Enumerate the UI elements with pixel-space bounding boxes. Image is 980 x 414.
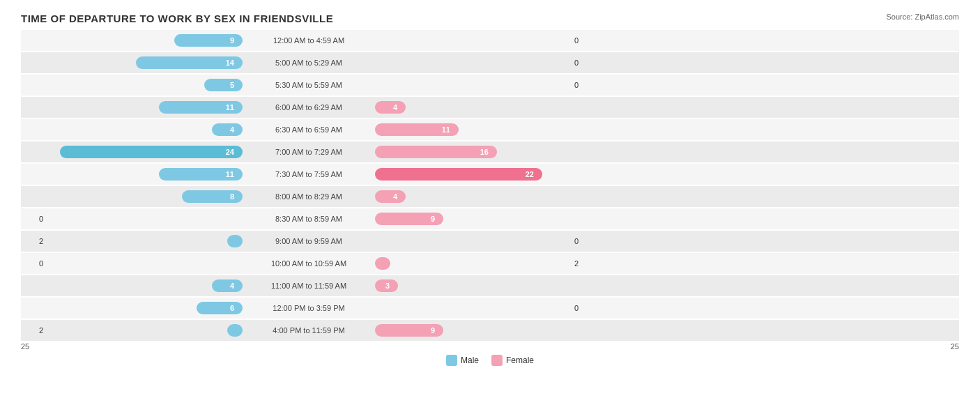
left-bar-area: 5 <box>47 79 243 91</box>
right-value: 0 <box>570 36 597 45</box>
female-bar-label: 9 <box>431 215 439 223</box>
time-label: 6:00 AM to 6:29 AM <box>243 103 375 112</box>
right-bar-area: 4 <box>375 101 570 114</box>
left-bar-area: 11 <box>47 168 243 181</box>
right-value: 0 <box>570 304 597 312</box>
right-bar-area: 9 <box>375 324 570 337</box>
left-bar-area: 6 <box>47 302 243 314</box>
right-bar-area: 16 <box>375 146 570 158</box>
chart-container: TIME OF DEPARTURE TO WORK BY SEX IN FRIE… <box>0 0 980 414</box>
chart-row: 11 7:30 AM to 7:59 AM 22 <box>21 164 959 185</box>
time-label: 7:30 AM to 7:59 AM <box>243 170 375 178</box>
male-bar: 11 <box>159 101 243 114</box>
right-bar-area: 22 <box>375 168 570 181</box>
male-bar-label: 5 <box>230 81 238 89</box>
right-value: 0 <box>570 59 597 67</box>
time-label: 7:00 AM to 7:29 AM <box>243 148 375 156</box>
male-swatch <box>446 355 457 366</box>
chart-row: 24 7:00 AM to 7:29 AM 16 <box>21 141 959 162</box>
female-bar: 11 <box>375 123 459 136</box>
male-bar: 11 <box>159 168 243 181</box>
male-bar-label: 11 <box>226 170 238 178</box>
right-value: 2 <box>570 259 597 268</box>
left-bar-area: 14 <box>47 56 243 69</box>
male-bar-label: 9 <box>230 36 238 45</box>
female-bar: 4 <box>375 101 406 114</box>
source-label: Source: ZipAtlas.com <box>886 13 959 21</box>
female-bar: 3 <box>375 279 398 292</box>
left-bar-area: 4 <box>47 123 243 136</box>
left-bar-area: 8 <box>47 190 243 203</box>
chart-row: 2 9:00 AM to 9:59 AM 0 <box>21 231 959 252</box>
female-bar-label: 4 <box>393 103 401 112</box>
time-label: 5:00 AM to 5:29 AM <box>243 59 375 67</box>
female-bar <box>375 257 390 270</box>
male-bar-label: 24 <box>226 148 238 156</box>
male-bar-label: 6 <box>230 304 238 312</box>
time-label: 12:00 AM to 4:59 AM <box>243 36 375 45</box>
left-bar-area: 4 <box>47 279 243 292</box>
male-label: Male <box>461 355 479 365</box>
time-label: 12:00 PM to 3:59 PM <box>243 304 375 312</box>
female-bar-label: 11 <box>442 125 454 134</box>
chart-row: 9 12:00 AM to 4:59 AM 0 <box>21 30 959 51</box>
male-bar: 14 <box>136 56 243 69</box>
axis-right: 25 <box>951 342 959 351</box>
left-bar-area: 11 <box>47 101 243 114</box>
time-label: 4:00 PM to 11:59 PM <box>243 326 375 335</box>
left-value: 2 <box>21 237 47 245</box>
left-bar-area <box>47 324 243 337</box>
time-label: 10:00 AM to 10:59 AM <box>243 259 375 268</box>
male-bar: 9 <box>174 34 243 47</box>
male-bar: 8 <box>182 190 243 203</box>
female-bar-label: 22 <box>526 170 538 178</box>
chart-row: 4 11:00 AM to 11:59 AM 3 <box>21 275 959 296</box>
right-bar-area: 4 <box>375 190 570 203</box>
chart-row: 5 5:30 AM to 5:59 AM 0 <box>21 75 959 95</box>
chart-title: TIME OF DEPARTURE TO WORK BY SEX IN FRIE… <box>21 13 959 24</box>
chart-row: 4 6:30 AM to 6:59 AM 11 <box>21 119 959 140</box>
left-value: 0 <box>21 259 47 268</box>
male-bar-label: 8 <box>230 192 238 201</box>
chart-body: 9 12:00 AM to 4:59 AM 0 14 5:00 AM to 5:… <box>21 30 959 341</box>
chart-row: 0 8:30 AM to 8:59 AM 9 <box>21 208 959 229</box>
male-bar: 4 <box>212 279 243 292</box>
bottom-axis: 25 25 <box>21 342 959 351</box>
axis-left: 25 <box>21 342 29 351</box>
right-bar-area: 9 <box>375 213 570 225</box>
female-bar-label: 16 <box>480 148 493 156</box>
chart-row: 2 4:00 PM to 11:59 PM 9 <box>21 320 959 341</box>
chart-row: 11 6:00 AM to 6:29 AM 4 <box>21 97 959 118</box>
left-bar-area: 9 <box>47 34 243 47</box>
female-label: Female <box>506 355 534 365</box>
right-value: 0 <box>570 81 597 89</box>
female-swatch <box>491 355 503 366</box>
chart-row: 6 12:00 PM to 3:59 PM 0 <box>21 298 959 319</box>
male-bar: 4 <box>212 123 243 136</box>
male-bar-label: 4 <box>230 282 238 290</box>
left-value: 0 <box>21 215 47 223</box>
male-bar-label: 14 <box>226 59 238 67</box>
female-bar-label: 4 <box>393 192 401 201</box>
chart-row: 14 5:00 AM to 5:29 AM 0 <box>21 52 959 73</box>
female-bar: 22 <box>375 168 542 181</box>
left-bar-area <box>47 235 243 247</box>
time-label: 8:30 AM to 8:59 AM <box>243 215 375 223</box>
legend-female: Female <box>491 355 534 366</box>
time-label: 9:00 AM to 9:59 AM <box>243 237 375 245</box>
male-bar <box>227 324 243 337</box>
legend-male: Male <box>446 355 479 366</box>
female-bar: 16 <box>375 146 497 158</box>
female-bar: 4 <box>375 190 406 203</box>
time-label: 5:30 AM to 5:59 AM <box>243 81 375 89</box>
chart-row: 8 8:00 AM to 8:29 AM 4 <box>21 186 959 207</box>
male-bar: 5 <box>204 79 243 91</box>
chart-row: 0 10:00 AM to 10:59 AM 2 <box>21 253 959 274</box>
right-bar-area: 3 <box>375 279 570 292</box>
right-bar-area: 11 <box>375 123 570 136</box>
male-bar: 24 <box>60 146 243 158</box>
female-bar: 9 <box>375 324 443 337</box>
male-bar-label: 4 <box>230 125 238 134</box>
male-bar: 6 <box>197 302 243 314</box>
female-bar: 9 <box>375 213 443 225</box>
